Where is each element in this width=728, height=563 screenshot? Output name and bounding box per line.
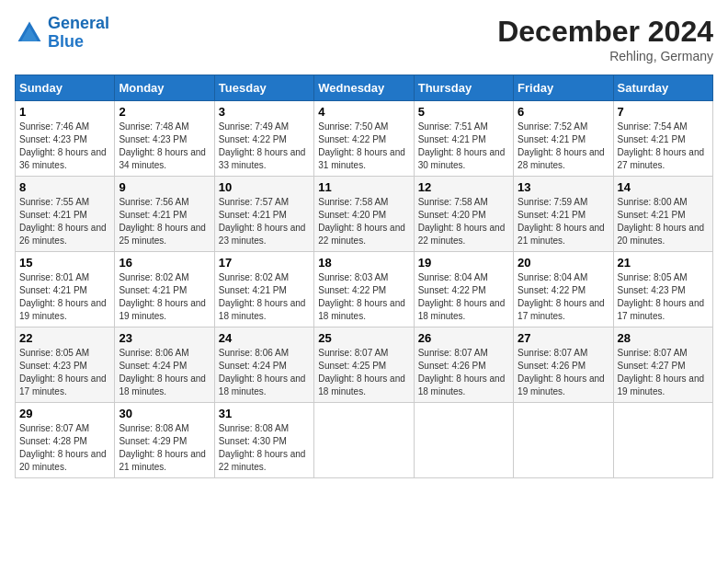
- day-number: 29: [19, 407, 110, 420]
- day-cell: 21 Sunrise: 8:05 AMSunset: 4:23 PMDaylig…: [613, 252, 712, 327]
- day-number: 2: [119, 105, 210, 119]
- week-row-2: 8 Sunrise: 7:55 AMSunset: 4:21 PMDayligh…: [16, 177, 713, 252]
- day-number: 19: [418, 256, 509, 270]
- day-info: Sunrise: 7:50 AMSunset: 4:22 PMDaylight:…: [318, 121, 409, 172]
- day-number: 11: [318, 180, 409, 194]
- day-cell: 6 Sunrise: 7:52 AMSunset: 4:21 PMDayligh…: [514, 101, 613, 177]
- day-info: Sunrise: 8:04 AMSunset: 4:22 PMDaylight:…: [518, 271, 609, 323]
- logo-line2: Blue: [48, 32, 84, 51]
- day-number: 15: [19, 256, 110, 270]
- week-row-1: 1 Sunrise: 7:46 AMSunset: 4:23 PMDayligh…: [16, 101, 713, 177]
- day-cell: 7 Sunrise: 7:54 AMSunset: 4:21 PMDayligh…: [613, 101, 712, 177]
- column-header-sunday: Sunday: [16, 75, 115, 101]
- day-cell: 4 Sunrise: 7:50 AMSunset: 4:22 PMDayligh…: [314, 101, 414, 177]
- day-cell: 22 Sunrise: 8:05 AMSunset: 4:23 PMDaylig…: [16, 327, 115, 403]
- day-info: Sunrise: 8:06 AMSunset: 4:24 PMDaylight:…: [219, 347, 310, 398]
- day-number: 27: [518, 331, 609, 345]
- calendar-table: SundayMondayTuesdayWednesdayThursdayFrid…: [15, 75, 713, 478]
- day-info: Sunrise: 7:59 AMSunset: 4:21 PMDaylight:…: [518, 196, 609, 247]
- day-info: Sunrise: 7:48 AMSunset: 4:23 PMDaylight:…: [119, 121, 210, 172]
- logo: General Blue: [15, 15, 109, 52]
- column-header-wednesday: Wednesday: [314, 75, 414, 101]
- day-info: Sunrise: 8:05 AMSunset: 4:23 PMDaylight:…: [618, 271, 709, 323]
- day-info: Sunrise: 8:01 AMSunset: 4:21 PMDaylight:…: [19, 271, 110, 323]
- day-cell: 10 Sunrise: 7:57 AMSunset: 4:21 PMDaylig…: [214, 177, 313, 252]
- day-number: 18: [318, 256, 409, 270]
- day-number: 1: [19, 105, 110, 119]
- day-info: Sunrise: 8:02 AMSunset: 4:21 PMDaylight:…: [219, 271, 310, 323]
- day-number: 14: [618, 180, 709, 194]
- day-info: Sunrise: 8:07 AMSunset: 4:27 PMDaylight:…: [618, 347, 709, 398]
- day-cell: 18 Sunrise: 8:03 AMSunset: 4:22 PMDaylig…: [314, 252, 414, 327]
- day-cell: 9 Sunrise: 7:56 AMSunset: 4:21 PMDayligh…: [115, 177, 214, 252]
- day-number: 22: [19, 331, 110, 345]
- day-number: 28: [618, 331, 709, 345]
- day-cell: 26 Sunrise: 8:07 AMSunset: 4:26 PMDaylig…: [414, 327, 513, 403]
- day-number: 9: [119, 180, 210, 194]
- day-info: Sunrise: 8:07 AMSunset: 4:25 PMDaylight:…: [318, 347, 409, 398]
- day-cell: [414, 403, 513, 478]
- day-info: Sunrise: 7:55 AMSunset: 4:21 PMDaylight:…: [19, 196, 110, 247]
- week-row-3: 15 Sunrise: 8:01 AMSunset: 4:21 PMDaylig…: [16, 252, 713, 327]
- day-number: 25: [318, 331, 409, 345]
- day-number: 23: [119, 331, 210, 345]
- day-cell: 12 Sunrise: 7:58 AMSunset: 4:20 PMDaylig…: [414, 177, 513, 252]
- day-number: 8: [19, 180, 110, 194]
- logo-text: General Blue: [48, 15, 109, 52]
- day-cell: 8 Sunrise: 7:55 AMSunset: 4:21 PMDayligh…: [16, 177, 115, 252]
- day-info: Sunrise: 7:58 AMSunset: 4:20 PMDaylight:…: [418, 196, 509, 247]
- day-number: 24: [219, 331, 310, 345]
- day-cell: [314, 403, 414, 478]
- location: Rehling, Germany: [497, 49, 713, 63]
- day-cell: 15 Sunrise: 8:01 AMSunset: 4:21 PMDaylig…: [16, 252, 115, 327]
- day-info: Sunrise: 8:03 AMSunset: 4:22 PMDaylight:…: [318, 271, 409, 323]
- day-number: 10: [219, 180, 310, 194]
- day-number: 7: [618, 105, 709, 119]
- day-info: Sunrise: 7:54 AMSunset: 4:21 PMDaylight:…: [618, 121, 709, 172]
- day-number: 13: [518, 180, 609, 194]
- day-cell: 16 Sunrise: 8:02 AMSunset: 4:21 PMDaylig…: [115, 252, 214, 327]
- day-info: Sunrise: 7:51 AMSunset: 4:21 PMDaylight:…: [418, 121, 509, 172]
- day-number: 26: [418, 331, 509, 345]
- day-info: Sunrise: 8:00 AMSunset: 4:21 PMDaylight:…: [618, 196, 709, 247]
- day-info: Sunrise: 7:46 AMSunset: 4:23 PMDaylight:…: [19, 121, 110, 172]
- day-cell: [613, 403, 712, 478]
- column-header-friday: Friday: [514, 75, 613, 101]
- day-number: 31: [219, 407, 310, 420]
- day-info: Sunrise: 7:49 AMSunset: 4:22 PMDaylight:…: [219, 121, 310, 172]
- column-header-saturday: Saturday: [613, 75, 712, 101]
- column-header-monday: Monday: [115, 75, 214, 101]
- day-cell: 31 Sunrise: 8:08 AMSunset: 4:30 PMDaylig…: [214, 403, 313, 478]
- day-cell: [514, 403, 613, 478]
- day-cell: 27 Sunrise: 8:07 AMSunset: 4:26 PMDaylig…: [514, 327, 613, 403]
- day-info: Sunrise: 7:58 AMSunset: 4:20 PMDaylight:…: [318, 196, 409, 247]
- day-number: 21: [618, 256, 709, 270]
- day-cell: 30 Sunrise: 8:08 AMSunset: 4:29 PMDaylig…: [115, 403, 214, 478]
- day-info: Sunrise: 8:08 AMSunset: 4:29 PMDaylight:…: [119, 422, 210, 474]
- day-cell: 17 Sunrise: 8:02 AMSunset: 4:21 PMDaylig…: [214, 252, 313, 327]
- day-number: 4: [318, 105, 409, 119]
- day-cell: 11 Sunrise: 7:58 AMSunset: 4:20 PMDaylig…: [314, 177, 414, 252]
- day-cell: 3 Sunrise: 7:49 AMSunset: 4:22 PMDayligh…: [214, 101, 313, 177]
- title-block: December 2024 Rehling, Germany: [497, 15, 713, 63]
- day-info: Sunrise: 8:07 AMSunset: 4:26 PMDaylight:…: [518, 347, 609, 398]
- day-cell: 28 Sunrise: 8:07 AMSunset: 4:27 PMDaylig…: [613, 327, 712, 403]
- day-number: 5: [418, 105, 509, 119]
- column-header-thursday: Thursday: [414, 75, 513, 101]
- day-number: 12: [418, 180, 509, 194]
- day-number: 16: [119, 256, 210, 270]
- column-header-tuesday: Tuesday: [214, 75, 313, 101]
- day-cell: 2 Sunrise: 7:48 AMSunset: 4:23 PMDayligh…: [115, 101, 214, 177]
- day-info: Sunrise: 8:06 AMSunset: 4:24 PMDaylight:…: [119, 347, 210, 398]
- day-number: 3: [219, 105, 310, 119]
- day-cell: 14 Sunrise: 8:00 AMSunset: 4:21 PMDaylig…: [613, 177, 712, 252]
- day-info: Sunrise: 8:05 AMSunset: 4:23 PMDaylight:…: [19, 347, 110, 398]
- week-row-5: 29 Sunrise: 8:07 AMSunset: 4:28 PMDaylig…: [16, 403, 713, 478]
- day-cell: 24 Sunrise: 8:06 AMSunset: 4:24 PMDaylig…: [214, 327, 313, 403]
- day-info: Sunrise: 7:52 AMSunset: 4:21 PMDaylight:…: [518, 121, 609, 172]
- logo-icon: [15, 18, 44, 48]
- day-info: Sunrise: 7:57 AMSunset: 4:21 PMDaylight:…: [219, 196, 310, 247]
- day-cell: 5 Sunrise: 7:51 AMSunset: 4:21 PMDayligh…: [414, 101, 513, 177]
- day-cell: 29 Sunrise: 8:07 AMSunset: 4:28 PMDaylig…: [16, 403, 115, 478]
- day-number: 20: [518, 256, 609, 270]
